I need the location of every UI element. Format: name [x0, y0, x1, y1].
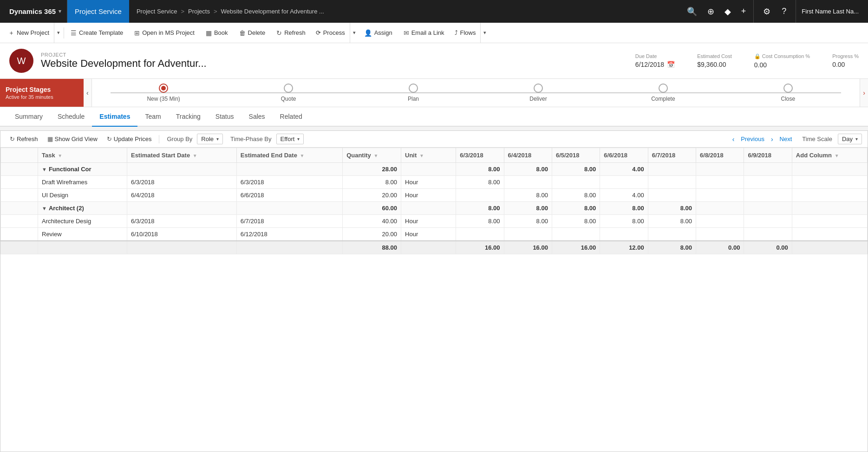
next-button[interactable]: Next: [776, 134, 796, 144]
update-prices-button[interactable]: ↻ Update Prices: [103, 134, 156, 144]
col-header-task[interactable]: Task ▼: [38, 148, 127, 163]
tab-team[interactable]: Team: [137, 107, 168, 127]
stage-nav-right-button[interactable]: ›: [860, 79, 868, 107]
grid-header-row: Task ▼ Estimated Start Date ▼ Estimated …: [1, 148, 868, 163]
main-area: W PROJECT Website Development for Advent…: [0, 43, 868, 452]
help-icon[interactable]: ?: [778, 5, 790, 18]
email-icon: ✉: [404, 29, 409, 37]
progress-label: Progress %: [832, 53, 859, 59]
group-by-chevron-icon: ▾: [216, 136, 219, 142]
flows-dropdown[interactable]: ▾: [480, 23, 489, 43]
task-sort-icon: ▼: [58, 153, 62, 158]
tab-related[interactable]: Related: [273, 107, 310, 127]
col-header-date3: 6/5/2018: [552, 148, 600, 163]
tab-tracking[interactable]: Tracking: [169, 107, 208, 127]
tab-summary[interactable]: Summary: [7, 107, 50, 127]
tab-sales[interactable]: Sales: [241, 107, 273, 127]
col-header-date2: 6/4/2018: [504, 148, 552, 163]
globe-icon[interactable]: ⊕: [704, 5, 718, 19]
table-row: UI Design 6/4/2018 6/6/2018 20.00 Hour 8…: [1, 189, 868, 202]
tab-estimates[interactable]: Estimates: [92, 107, 137, 127]
estimated-cost-field: Estimated Cost $9,360.00: [697, 53, 732, 68]
dynamics-365-label: Dynamics 365: [9, 7, 56, 15]
expand-icon[interactable]: ▼: [42, 206, 47, 211]
update-prices-icon: ↻: [107, 136, 112, 142]
nav-user[interactable]: First Name Last Na...: [796, 0, 864, 23]
stage-step-deliver[interactable]: Deliver: [476, 84, 600, 102]
total-date2: 16.00: [504, 241, 552, 254]
next-chevron-icon: ›: [771, 136, 773, 143]
stage-name-new: New (35 Min): [147, 96, 180, 102]
col-header-date6: 6/8/2018: [696, 148, 744, 163]
summary-row: 88.00 16.00 16.00 16.00 12.00 8.00 0.00 …: [1, 241, 868, 254]
delete-button[interactable]: 🗑 Delete: [234, 23, 271, 43]
stage-step-new[interactable]: New (35 Min): [101, 84, 226, 102]
top-nav: Dynamics 365 ▾ Project Service Project S…: [0, 0, 868, 23]
stage-circle-new: [159, 84, 168, 93]
project-label: PROJECT: [41, 52, 635, 58]
process-dropdown[interactable]: ▾: [350, 23, 359, 43]
toolbar-separator-1: [159, 135, 159, 143]
col-header-end-date[interactable]: Estimated End Date ▼: [236, 148, 342, 163]
group-by-dropdown[interactable]: Role ▾: [197, 134, 223, 144]
time-scale-label: Time Scale: [802, 136, 832, 142]
breadcrumb: Project Service > Projects > Website Dev…: [129, 8, 679, 15]
breadcrumb-project-service[interactable]: Project Service: [137, 8, 177, 15]
col-header-add[interactable]: Add Column ▼: [792, 148, 867, 163]
open-ms-project-button[interactable]: ⊞ Open in MS Project: [129, 23, 200, 43]
col-header-date1: 6/3/2018: [456, 148, 504, 163]
total-date4: 12.00: [600, 241, 648, 254]
new-project-button[interactable]: ＋ New Project: [4, 23, 54, 43]
project-title-area: PROJECT Website Development for Adventur…: [41, 52, 635, 70]
stage-step-close[interactable]: Close: [725, 84, 850, 102]
show-grid-view-button[interactable]: ▦ Show Grid View: [44, 134, 101, 144]
book-icon: ▦: [206, 29, 212, 37]
group-by-label: Group By: [167, 136, 192, 142]
assign-button[interactable]: 👤 Assign: [359, 23, 398, 43]
calendar-icon[interactable]: 📅: [667, 61, 675, 68]
bell-icon[interactable]: ◆: [721, 5, 735, 19]
table-row: Draft Wireframes 6/3/2018 6/3/2018 8.00 …: [1, 176, 868, 189]
create-template-icon: ☰: [71, 29, 77, 37]
process-button[interactable]: ⟳ Process: [311, 23, 350, 43]
create-template-button[interactable]: ☰ Create Template: [65, 23, 129, 43]
gear-icon[interactable]: ⚙: [759, 5, 774, 19]
grid-toolbar: ↻ Refresh ▦ Show Grid View ↻ Update Pric…: [0, 131, 868, 148]
time-phase-by-dropdown[interactable]: Effort ▾: [276, 134, 304, 144]
time-scale-dropdown[interactable]: Day ▾: [838, 134, 862, 144]
total-date5: 8.00: [648, 241, 696, 254]
open-ms-project-icon: ⊞: [134, 29, 140, 37]
nav-dynamics-365[interactable]: Dynamics 365 ▾: [4, 0, 67, 23]
dynamics-chevron-icon: ▾: [59, 8, 61, 14]
tab-status[interactable]: Status: [208, 107, 241, 127]
add-col-icon: ▼: [835, 153, 839, 158]
nav-project-service[interactable]: Project Service: [67, 0, 129, 23]
stage-label-area: Project Stages Active for 35 minutes: [0, 79, 84, 107]
flows-button[interactable]: ⤴ Flows: [450, 23, 481, 43]
col-header-unit[interactable]: Unit ▼: [401, 148, 456, 163]
breadcrumb-projects[interactable]: Projects: [188, 8, 210, 15]
stage-step-quote[interactable]: Quote: [226, 84, 351, 102]
new-project-dropdown[interactable]: ▾: [54, 23, 63, 43]
total-date1: 16.00: [456, 241, 504, 254]
stage-bar: Project Stages Active for 35 minutes ‹ N…: [0, 79, 868, 107]
grid-refresh-icon: ↻: [10, 136, 15, 142]
tab-schedule[interactable]: Schedule: [50, 107, 92, 127]
delete-icon: 🗑: [239, 29, 246, 37]
grid-refresh-button[interactable]: ↻ Refresh: [6, 134, 42, 144]
col-header-quantity[interactable]: Quantity ▼: [343, 148, 401, 163]
search-icon[interactable]: 🔍: [683, 5, 701, 19]
breadcrumb-current[interactable]: Website Development for Adventure ...: [221, 8, 324, 15]
previous-button[interactable]: Previous: [737, 134, 768, 144]
email-link-button[interactable]: ✉ Email a Link: [398, 23, 450, 43]
refresh-button[interactable]: ↻ Refresh: [271, 23, 311, 43]
book-button[interactable]: ▦ Book: [200, 23, 234, 43]
stage-name-close: Close: [781, 96, 795, 102]
stage-step-complete[interactable]: Complete: [600, 84, 725, 102]
expand-icon[interactable]: ▼: [42, 167, 47, 172]
stage-step-plan[interactable]: Plan: [351, 84, 476, 102]
plus-icon[interactable]: +: [737, 5, 750, 18]
cost-consumption-label: 🔒 Cost Consumption %: [754, 53, 810, 59]
col-header-start-date[interactable]: Estimated Start Date ▼: [127, 148, 236, 163]
stage-nav-left-button[interactable]: ‹: [84, 79, 92, 107]
